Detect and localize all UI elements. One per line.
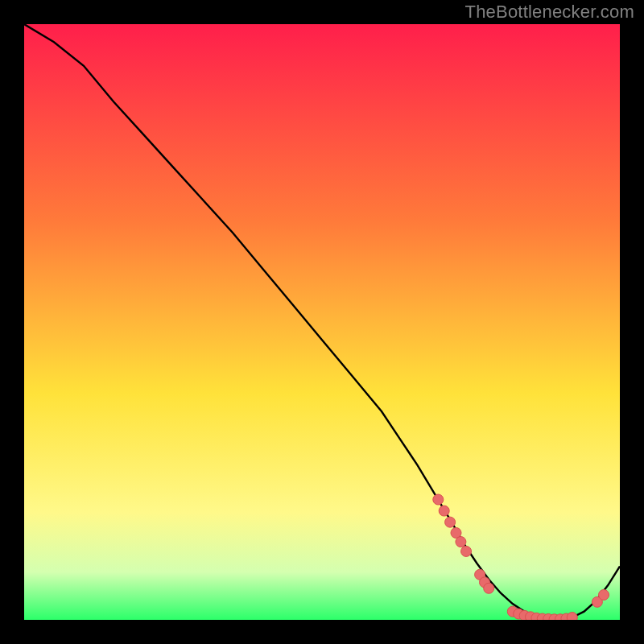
data-marker (484, 583, 494, 593)
data-marker (456, 537, 466, 547)
plot-area (24, 24, 620, 620)
data-marker (433, 494, 444, 505)
data-marker (445, 517, 456, 527)
data-marker (567, 613, 577, 620)
data-marker (461, 546, 472, 556)
data-marker (439, 506, 449, 516)
gradient-background (24, 24, 620, 620)
watermark-text: TheBottlenecker.com (465, 2, 634, 23)
bottleneck-chart (24, 24, 620, 620)
chart-frame: TheBottlenecker.com (0, 0, 644, 644)
data-marker (599, 589, 609, 600)
